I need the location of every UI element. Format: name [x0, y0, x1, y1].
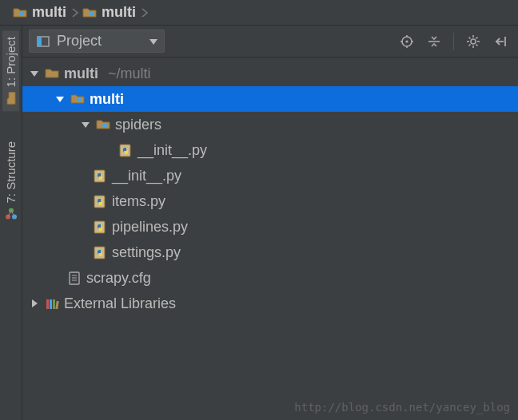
- scroll-from-source-button[interactable]: [396, 30, 418, 53]
- tree-node-label: pipelines.py: [112, 219, 188, 236]
- view-mode-label: Project: [57, 33, 102, 50]
- tree-node-file[interactable]: scrapy.cfg: [22, 265, 518, 291]
- breadcrumb: multi multi: [0, 0, 518, 26]
- tree-node-label: spiders: [115, 117, 161, 133]
- views-icon: [36, 34, 50, 49]
- python-file-icon: [93, 220, 107, 234]
- file-icon: [67, 271, 82, 285]
- collapse-all-button[interactable]: [423, 30, 445, 53]
- tree-node-root[interactable]: multi ~/multi: [22, 61, 518, 86]
- target-icon: [400, 34, 414, 49]
- chevron-right-icon: [139, 0, 149, 26]
- project-toolbar: Project: [22, 26, 518, 57]
- tree-node-label: multi: [90, 91, 124, 108]
- tree-node-external-libraries[interactable]: External Libraries: [22, 291, 518, 316]
- tree-node-label: __init__.py: [112, 168, 181, 184]
- folder-icon: [82, 6, 97, 20]
- tree-node-label: scrapy.cfg: [86, 270, 151, 287]
- breadcrumb-label: multi: [102, 4, 136, 21]
- project-tree[interactable]: multi ~/multi multi spiders __init__.py …: [22, 57, 518, 420]
- tree-node-label: settings.py: [112, 244, 181, 261]
- collapse-icon: [427, 34, 441, 49]
- tree-node-label: __init__.py: [137, 142, 207, 159]
- toolbar-separator: [453, 33, 454, 50]
- folder-icon: [96, 117, 110, 132]
- breadcrumb-item-pkg[interactable]: multi: [79, 4, 139, 21]
- expand-toggle[interactable]: [54, 93, 66, 105]
- folder-icon: [45, 66, 59, 81]
- tree-node-file[interactable]: items.py: [22, 188, 518, 214]
- hide-panel-button[interactable]: [489, 30, 512, 53]
- gutter-tab-project[interactable]: 1: Project: [2, 30, 19, 111]
- tree-node-file[interactable]: settings.py: [22, 240, 518, 265]
- tree-node-path: ~/multi: [108, 65, 151, 82]
- settings-button[interactable]: [462, 30, 484, 53]
- breadcrumb-item-root[interactable]: multi: [10, 4, 70, 21]
- project-icon: [5, 92, 18, 105]
- folder-icon: [70, 92, 85, 106]
- chevron-down-icon: [148, 36, 159, 47]
- gutter-tab-label: 1: Project: [4, 37, 18, 87]
- tree-node-spiders[interactable]: spiders: [22, 112, 518, 137]
- expand-toggle[interactable]: [29, 68, 40, 79]
- python-file-icon: [93, 194, 107, 208]
- tree-node-label: multi: [64, 65, 98, 82]
- expand-toggle[interactable]: [80, 119, 91, 130]
- gutter-tab-structure[interactable]: 7: Structure: [2, 135, 19, 228]
- expand-toggle[interactable]: [29, 298, 40, 309]
- tool-window-gutter: 1: Project 7: Structure: [0, 26, 22, 420]
- watermark-text: http://blog.csdn.net/yancey_blog: [294, 401, 510, 414]
- structure-icon: [5, 208, 18, 221]
- python-file-icon: [93, 168, 107, 183]
- gutter-tab-label: 7: Structure: [4, 141, 18, 204]
- folder-icon: [13, 6, 27, 20]
- chevron-right-icon: [70, 0, 79, 26]
- libraries-icon: [45, 296, 59, 311]
- hide-icon: [493, 34, 508, 49]
- tree-node-label: items.py: [112, 193, 165, 210]
- tree-node-file[interactable]: pipelines.py: [22, 214, 518, 240]
- python-file-icon: [118, 143, 133, 157]
- view-mode-dropdown[interactable]: Project: [29, 30, 165, 53]
- breadcrumb-label: multi: [32, 4, 66, 21]
- tree-node-label: External Libraries: [64, 295, 176, 312]
- tree-node-file[interactable]: __init__.py: [22, 163, 518, 188]
- tree-node-pkg[interactable]: multi: [22, 86, 518, 112]
- tree-node-file[interactable]: __init__.py: [22, 137, 518, 163]
- python-file-icon: [93, 245, 107, 260]
- gear-icon: [466, 34, 480, 49]
